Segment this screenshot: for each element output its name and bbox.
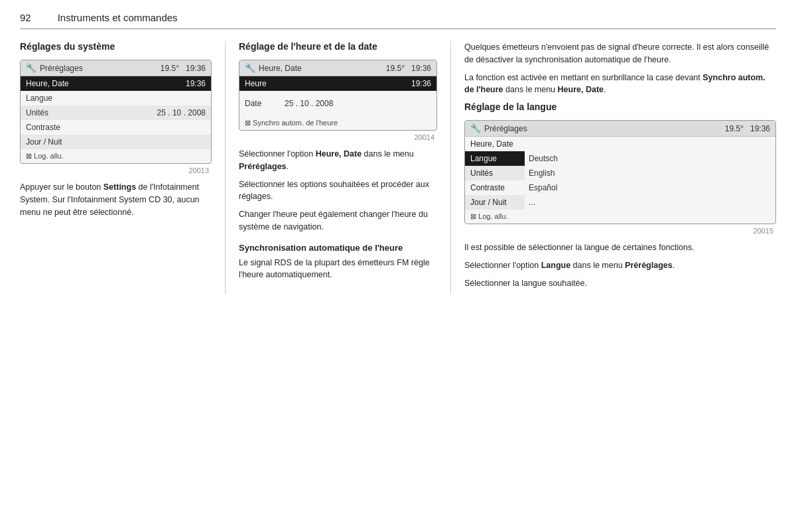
section-heading-left: Réglages du système [20,41,212,52]
screen-label-middle: Heure, Date [259,64,302,73]
date-value: 25 . 10 . 2008 [285,99,333,108]
menu-item-unites-right[interactable]: Unités English [465,166,775,180]
body-text-right-1: Quelques émetteurs n'envoient pas de sig… [464,41,776,66]
screen-time-middle: 19:36 [411,64,431,73]
body-text-middle-3: Changer l'heure peut également changer l… [239,208,437,233]
screen-header-label-left: 🔧 Préréglages [26,63,83,73]
wrench-icon-right: 🔧 [470,123,481,133]
menu-item-jour-nuit-left[interactable]: Jour / Nuit [21,135,211,149]
screen-temp-left: 19.5° [161,64,179,73]
page-number: 92 [20,12,31,23]
col-right: Quelques émetteurs n'envoient pas de sig… [451,41,776,295]
date-label: Date [245,99,285,108]
screen-time-right: 19:36 [750,124,770,133]
screen-spacer2 [239,111,436,116]
menu-item-contraste-left[interactable]: Contraste [21,120,211,135]
page-title: Instruments et commandes [58,12,178,23]
columns-container: Réglages du système 🔧 Préréglages 19.5° … [20,41,776,295]
menu-item-langue-left[interactable]: Langue [21,91,211,105]
screen-date-row: Date 25 . 10 . 2008 [239,96,436,111]
image-caption-right: 20015 [464,227,776,235]
menu-item-heure-date-right[interactable]: Heure, Date [465,137,775,151]
page-header: 92 Instruments et commandes [20,12,776,23]
screen-middle: 🔧 Heure, Date 19.5° 19:36 Heure 19:36 Da… [239,60,437,131]
section-heading-middle: Réglage de l'heure et de la date [239,41,437,52]
wrench-icon-left: 🔧 [26,63,36,73]
menu-item-unites-left[interactable]: Unités 25 . 10 . 2008 [21,105,211,120]
col-left: Réglages du système 🔧 Préréglages 19.5° … [20,41,226,295]
body-text-right-4: Sélectionner l'option Langue dans le men… [464,259,776,272]
col-middle: Réglage de l'heure et de la date 🔧 Heure… [226,41,451,295]
screen-label-right: Préréglages [484,124,527,133]
screen-time-left: 19:36 [186,64,206,73]
menu-item-contraste-right[interactable]: Contraste Español [465,180,775,195]
screen-spacer1 [239,91,436,96]
wrench-icon-middle: 🔧 [245,63,255,73]
body-text-right-5: Sélectionner la langue souhaitée. [464,277,776,290]
screen-header-left: 🔧 Préréglages 19.5° 19:36 [21,60,211,76]
menu-item-log-left[interactable]: ⊠ Log. allu. [21,149,211,163]
screen-left: 🔧 Préréglages 19.5° 19:36 Heure, Date 19… [20,60,212,164]
image-caption-middle: 20014 [239,133,437,141]
screen-header-middle: 🔧 Heure, Date 19.5° 19:36 [239,60,436,76]
image-caption-left: 20013 [20,166,212,174]
menu-item-langue-right[interactable]: Langue Deutsch [465,151,775,166]
body-text-left: Appuyer sur le bouton Settings de l'Info… [20,181,212,218]
menu-item-heure-date-left[interactable]: Heure, Date 19:36 [21,76,211,91]
body-text-middle-1: Sélectionner l'option Heure, Date dans l… [239,148,437,173]
menu-checkbox-synchro[interactable]: ⊠ Synchro autom. de l'heure [239,116,436,130]
menu-item-log-right[interactable]: ⊠ Log. allu. [465,210,775,224]
screen-right: 🔧 Préréglages 19.5° 19:36 Heure, Date [464,120,776,224]
screen-temp-right: 19.5° [725,124,744,133]
screen-header-label-middle: 🔧 Heure, Date [245,63,302,73]
section-heading-right: Réglage de la langue [464,101,776,112]
screen-temp-middle: 19.5° [386,64,405,73]
body-text-right-2: La fonction est activée en mettant en su… [464,72,776,97]
screen-header-right-col: 🔧 Préréglages 19.5° 19:36 [465,121,775,137]
screen-header-time-right: 19.5° 19:36 [725,124,770,133]
header-divider [20,29,776,29]
menu-item-heure-middle[interactable]: Heure 19:36 [239,76,436,91]
body-text-synchro: Le signal RDS de la plupart des émetteur… [239,257,437,282]
menu-item-jour-nuit-right[interactable]: Jour / Nuit ... [465,195,775,210]
screen-header-right-middle: 19.5° 19:36 [386,64,431,73]
screen-header-label-right: 🔧 Préréglages [470,123,527,133]
body-text-right-3: Il est possible de sélectionner la langu… [464,241,776,254]
page-container: 92 Instruments et commandes Réglages du … [0,0,796,306]
sub-heading-synchro: Synchronisation automatique de l'heure [239,243,437,253]
screen-header-right-left: 19.5° 19:36 [161,64,206,73]
screen-label-left: Préréglages [40,64,83,73]
body-text-middle-2: Sélectionner les options souhaitées et p… [239,178,437,204]
